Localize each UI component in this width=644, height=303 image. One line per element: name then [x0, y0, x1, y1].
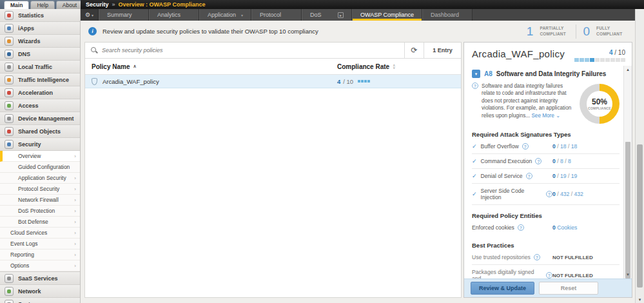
dns-globe-icon	[5, 50, 14, 59]
submenu-item-guided-configuration[interactable]: Guided Configuration	[0, 162, 80, 173]
submenu-item-event-logs[interactable]: Event Logs›	[0, 239, 80, 249]
signature-row-buffer-overflow: ✓ Buffer Overflow ? 0 / 18 / 18	[472, 139, 620, 154]
panel-scroll-area: ▾ A8 Software and Data Integrity Failure…	[464, 66, 632, 279]
submenu-item-reporting[interactable]: Reporting›	[0, 249, 80, 260]
tab-help[interactable]: Help	[30, 1, 54, 9]
collapse-icon[interactable]: ▾	[472, 70, 480, 78]
entity-link[interactable]: Cookies	[557, 224, 577, 231]
sidebar-item-access[interactable]: Access	[0, 99, 80, 112]
sidebar-item-label: Wizards	[18, 38, 40, 44]
panel-scrollbar[interactable]: ▴ ▾	[623, 66, 632, 279]
sidebar-item-label: SaaS Services	[18, 275, 58, 282]
signature-values: 0 / 8 / 8	[552, 158, 620, 164]
submenu-item-label: Application Security	[18, 175, 66, 181]
security-shield-icon	[5, 140, 14, 149]
window-scrollbar[interactable]: ▾	[635, 9, 644, 303]
sidebar-item-system[interactable]: System	[0, 298, 80, 303]
column-header-compliance-rate[interactable]: Compliance Rate ∧ ∨	[337, 63, 461, 70]
submenu-item-network-firewall[interactable]: Network Firewall›	[0, 195, 80, 206]
score-segments	[574, 58, 625, 62]
submenu-item-label: Network Firewall	[18, 197, 59, 203]
val-3[interactable]: 19	[571, 173, 578, 179]
policy-name: Arcadia_WAF_policy	[102, 78, 159, 85]
submenu-item-overview[interactable]: Overview›	[0, 151, 80, 162]
sidebar-item-dns[interactable]: DNS	[0, 48, 80, 61]
sidebar-item-label: Statistics	[18, 12, 44, 19]
sidebar-item-device-management[interactable]: Device Management	[0, 112, 80, 125]
search-box	[85, 43, 404, 58]
shared-objects-icon	[5, 127, 14, 136]
val-3[interactable]: 8	[568, 158, 571, 164]
sidebar-item-statistics[interactable]: Statistics	[0, 9, 80, 22]
sidebar-item-label: Traffic Intelligence	[18, 77, 69, 83]
help-icon[interactable]: ?	[535, 158, 542, 164]
check-icon: ✓	[472, 158, 477, 164]
val-2[interactable]: 19	[560, 173, 567, 179]
access-icon	[5, 101, 14, 110]
tab-summary[interactable]: Summary	[99, 9, 149, 21]
tab-protocol[interactable]: Protocol	[251, 9, 302, 21]
val-2[interactable]: 432	[560, 191, 569, 197]
refresh-button[interactable]: ⟳	[404, 43, 424, 58]
submenu-item-label: Cloud Services	[10, 230, 47, 236]
rate-numerator: 4	[337, 78, 340, 85]
column-header-policy-name[interactable]: Policy Name ∧	[92, 63, 137, 70]
help-icon[interactable]: ?	[546, 191, 552, 197]
review-update-button[interactable]: Review & Update	[471, 282, 534, 295]
help-icon[interactable]: ?	[526, 173, 532, 179]
tab-dashboard[interactable]: Dashboard	[422, 9, 473, 21]
submenu-item-options[interactable]: Options›	[0, 260, 80, 271]
network-icon	[5, 287, 14, 296]
submenu-item-dos-protection[interactable]: DoS Protection›	[0, 206, 80, 217]
table-row-arcadia-waf-policy[interactable]: Arcadia_WAF_policy 4 / 10	[85, 75, 461, 88]
sidebar-item-label: Security	[18, 141, 41, 148]
slash: /	[557, 191, 558, 197]
submenu-item-application-security[interactable]: Application Security›	[0, 173, 80, 184]
scrollbar-thumb[interactable]	[625, 142, 630, 279]
submenu-item-protocol-security[interactable]: Protocol Security›	[0, 184, 80, 195]
sidebar-item-traffic-intelligence[interactable]: Traffic Intelligence	[0, 73, 80, 86]
tab-owasp-compliance[interactable]: OWASP Compliance	[352, 9, 422, 21]
breadcrumb-path: Overview : OWASP Compliance	[119, 1, 206, 8]
tab-about[interactable]: About	[56, 1, 83, 9]
tab-analytics[interactable]: Analytics	[149, 9, 199, 21]
tab-dos[interactable]: DoS ▸	[302, 9, 352, 21]
see-more-link[interactable]: See More ⌄	[531, 113, 560, 119]
scroll-up-arrow[interactable]: ▴	[624, 67, 632, 72]
val-2[interactable]: 18	[560, 143, 567, 150]
sidebar-item-acceleration[interactable]: Acceleration	[0, 86, 80, 99]
submenu-item-label: DoS Protection	[18, 208, 55, 214]
search-input[interactable]	[102, 47, 404, 54]
help-icon[interactable]: ?	[518, 224, 524, 231]
sidebar-item-shared-objects[interactable]: Shared Objects	[0, 125, 80, 138]
window-scrollbar-thumb[interactable]	[637, 144, 643, 288]
help-icon[interactable]: ?	[534, 254, 540, 260]
submenu-item-label: Protocol Security	[18, 186, 59, 192]
help-icon[interactable]: ?	[522, 143, 529, 150]
score-numerator: 4	[609, 49, 613, 56]
sidebar-item-network[interactable]: Network	[0, 285, 80, 298]
window-scroll-down-arrow[interactable]: ▾	[636, 297, 644, 302]
scroll-down-arrow[interactable]: ▾	[624, 272, 632, 277]
tab-main[interactable]: Main	[4, 1, 29, 9]
sidebar-item-saas-services[interactable]: SaaS Services	[0, 272, 80, 285]
tab-label: Dashboard	[431, 12, 459, 18]
reset-button[interactable]: Reset	[539, 282, 598, 295]
sidebar-item-security[interactable]: Security	[0, 138, 80, 151]
val-1: 0	[552, 191, 556, 197]
val-3[interactable]: 18	[571, 143, 578, 150]
main-navigation-sidebar: Statistics iApps Wizards DNS Local Traff…	[0, 9, 81, 303]
panel-score: 4 / 10	[574, 48, 625, 62]
tab-options-gear-button[interactable]: ⚙ ▾	[81, 9, 99, 21]
val-3[interactable]: 432	[574, 191, 583, 197]
submenu-item-cloud-services[interactable]: Cloud Services›	[0, 228, 80, 239]
help-icon[interactable]: ?	[546, 272, 552, 279]
submenu-item-bot-defense[interactable]: Bot Defense›	[0, 217, 80, 228]
sidebar-item-local-traffic[interactable]: Local Traffic	[0, 61, 80, 73]
tab-application[interactable]: Application ▾	[199, 9, 251, 21]
sidebar-item-wizards[interactable]: Wizards	[0, 35, 80, 48]
entity-count: 0	[552, 224, 556, 231]
a8-section-header[interactable]: ▾ A8 Software and Data Integrity Failure…	[472, 70, 620, 78]
sidebar-item-iapps[interactable]: iApps	[0, 22, 80, 35]
val-2[interactable]: 8	[560, 158, 563, 164]
